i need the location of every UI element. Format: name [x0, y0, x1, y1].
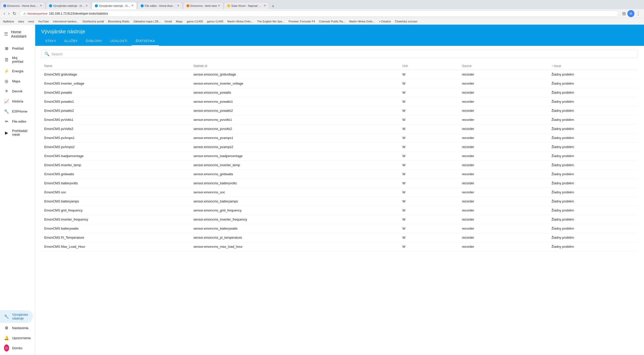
bookmark-martin1[interactable]: Martin Hlinka Onlin...	[226, 19, 254, 23]
table-row: EmonCMS pvAmps1 sensor.emoncms_pvamps1 W…	[41, 133, 638, 143]
table-row: EmonCMS pvVolts1 sensor.emoncms_pvvolts1…	[41, 115, 638, 124]
cell-source: recorder	[459, 161, 548, 170]
cell-statid: sensor.emoncms_loadpercentage	[190, 152, 399, 161]
bookmark-reader[interactable]: Čitateľský zoznam	[394, 19, 419, 23]
cell-unit: W	[399, 170, 459, 179]
sidebar-item-esphome[interactable]: 🔧 ESPHome	[0, 106, 33, 116]
col-header-unit[interactable]: Unit	[399, 62, 459, 70]
bookmark-martin2[interactable]: Martin Hlinka Onlin...	[348, 19, 376, 23]
cell-issue: Žiadny problém	[548, 179, 638, 188]
new-tab-button[interactable]: +	[270, 4, 276, 9]
browser-tab-4[interactable]: Emoncms - feed view ✕	[183, 2, 223, 9]
menu-button[interactable]: ⋮	[634, 10, 642, 17]
reload-button[interactable]: ↻	[11, 10, 18, 17]
cell-statid: sensor.emoncms_inverter_voltage	[190, 79, 399, 88]
bookmark-colorado[interactable]: Colorado Public Ra...	[318, 19, 346, 23]
browser-tab-0[interactable]: Emoncms - Home Assistant ✕	[0, 2, 45, 9]
back-button[interactable]: ‹	[2, 10, 7, 17]
browser-tab-3[interactable]: File editor - Home Assistant ✕	[137, 2, 183, 9]
bookmark-english[interactable]: The English We Spe...	[256, 19, 286, 23]
sidebar-item-notifications[interactable]: 🔔 Upozornenia	[0, 333, 33, 343]
forward-button[interactable]: ›	[7, 10, 11, 17]
cell-name: EmonCMS Pi_Temperature	[41, 233, 190, 242]
sidebar-item-home[interactable]: D Domko	[0, 343, 33, 353]
table-row: EmonCMS gridvoltage sensor.emoncms_gridv…	[41, 70, 638, 79]
bookmark-gama2[interactable]: gama r11400	[206, 19, 224, 23]
cell-issue: Žiadny problém	[548, 115, 638, 124]
col-header-name[interactable]: Name	[41, 62, 190, 70]
cell-unit: W	[399, 242, 459, 251]
cell-statid: sensor.emoncms_batteryvolts	[190, 179, 399, 188]
extensions-button[interactable]: ⊞	[621, 10, 627, 17]
menu-icon[interactable]: ☰	[4, 31, 8, 37]
bookmark-apps[interactable]: Aplikácie	[2, 19, 15, 23]
sidebar-item-media[interactable]: ▶ Prehliadač médií	[0, 126, 33, 139]
tab-favicon-2	[95, 4, 98, 7]
tab-close-2[interactable]: ✕	[131, 4, 134, 7]
bookmark-gama1[interactable]: gama r11400	[186, 19, 204, 23]
table-row: EmonCMS inverter_voltage sensor.emoncms_…	[41, 79, 638, 88]
bookmark-map[interactable]: Základná mapa | ZB...	[132, 19, 162, 23]
settings-icon: ⚙	[4, 325, 9, 330]
table-row: EmonCMS soc sensor.emoncms_soc W recorde…	[41, 188, 638, 197]
sidebar-label-moj: Moj prehľad	[12, 56, 29, 63]
bookmark-novy[interactable]: nový	[27, 19, 35, 23]
tab-sluzby[interactable]: SLUŽBY	[60, 37, 82, 46]
log-icon: ≡	[4, 89, 9, 94]
cell-source: recorder	[459, 152, 548, 161]
table-row: EmonCMS loadpercentage sensor.emoncms_lo…	[41, 152, 638, 161]
bookmark-mapy[interactable]: Mapy	[175, 19, 184, 23]
dev-tools-icon: 🔧	[4, 314, 9, 319]
tab-statistika[interactable]: ŠTATISTIKA	[132, 37, 159, 46]
col-header-statid[interactable]: Statistic id	[190, 62, 399, 70]
tab-close-4[interactable]: ✕	[218, 4, 220, 7]
cell-issue: Žiadny problém	[548, 106, 638, 115]
address-bar[interactable]: ⚠ Nezabezpečené 192.168.1.72:8123/develo…	[20, 11, 619, 17]
col-header-source[interactable]: Source	[459, 62, 548, 70]
table-row: EmonCMS pvwatts sensor.emoncms_pvwatts W…	[41, 88, 638, 97]
lock-icon: ⚠	[23, 12, 26, 15]
col-header-issue[interactable]: ↑ Issue	[548, 62, 638, 70]
sidebar-item-dennik[interactable]: ≡ Denník	[0, 86, 33, 96]
cell-statid: sensor.emoncms_pvvolts1	[190, 115, 399, 124]
sidebar-item-dev-tools[interactable]: 🔧 Vývojárske nástroje	[0, 310, 33, 323]
sidebar-item-settings[interactable]: ⚙ Nastavenia	[0, 323, 33, 333]
overview-icon: ⊞	[4, 46, 9, 51]
tab-close-5[interactable]: ✕	[264, 4, 266, 7]
tab-sablony[interactable]: ŠABLÓNY	[82, 37, 106, 46]
cell-source: recorder	[459, 88, 548, 97]
my-overview-icon: ☰	[4, 57, 9, 62]
tab-close-0[interactable]: ✕	[40, 4, 42, 7]
bookmark-youtube[interactable]: YouTube	[37, 19, 50, 23]
sidebar-item-energia[interactable]: ⚡ Energia	[0, 66, 33, 76]
cell-unit: W	[399, 233, 459, 242]
bookmark-bloomberg[interactable]: Bloomberg Radio	[107, 19, 130, 23]
bookmark-stary[interactable]: stary	[17, 19, 25, 23]
profile-button[interactable]: M	[627, 10, 634, 17]
tab-stavy[interactable]: STAVY	[41, 37, 60, 46]
table-row: EmonCMS Pi_Temperature sensor.emoncms_pi…	[41, 233, 638, 242]
cell-name: EmonCMS gridwatts	[41, 170, 190, 179]
search-input[interactable]	[52, 52, 635, 56]
tab-close-1[interactable]: ✕	[86, 4, 88, 7]
bookmark-more[interactable]: » Ostatné	[378, 19, 392, 23]
sidebar-item-moj-prehled[interactable]: ☰ Moj prehľad	[0, 53, 33, 66]
browser-tab-1[interactable]: Vývojárske nástroje - Home Ass... ✕	[46, 2, 91, 9]
energy-icon: ⚡	[4, 68, 9, 74]
tab-udalosti[interactable]: UDALOSTI	[106, 37, 132, 46]
cell-source: recorder	[459, 206, 548, 215]
sidebar-item-prehled[interactable]: ⊞ Prehľad	[0, 43, 33, 53]
sidebar-item-historia[interactable]: 📈 História	[0, 96, 33, 106]
tab-close-3[interactable]: ✕	[177, 4, 179, 7]
bookmark-banking[interactable]: Internetové bankov...	[52, 19, 79, 23]
browser-tab-5[interactable]: Solar fórum - Napísať odpoveď ✕	[224, 2, 269, 9]
sidebar-item-mapa[interactable]: ◎ Mapa	[0, 76, 33, 86]
cell-statid: sensor.emoncms_pvwatts1	[190, 97, 399, 106]
cell-statid: sensor.emoncms_soc	[190, 188, 399, 197]
bookmark-preview[interactable]: Preview: Formuler F4	[288, 19, 316, 23]
browser-tab-2[interactable]: Vývojárske nástroje - Home Ass... ✕	[92, 2, 137, 9]
sidebar-item-file-editor[interactable]: ✏ File editor	[0, 116, 33, 126]
bookmark-gmail[interactable]: Gmail	[164, 19, 173, 23]
cell-issue: Žiadny problém	[548, 133, 638, 143]
bookmark-dist[interactable]: Distribučný portál	[82, 19, 105, 23]
